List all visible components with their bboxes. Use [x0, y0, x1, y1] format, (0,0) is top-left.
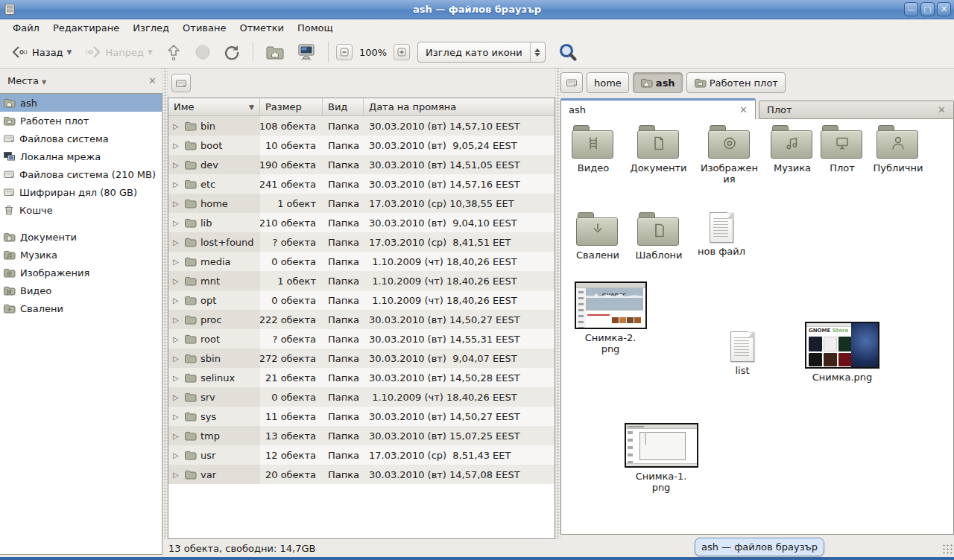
table-row[interactable]: ▷etc 241 обекта Папка 30.03.2010 (вт) 14…: [168, 174, 555, 194]
search-button[interactable]: [553, 39, 583, 65]
sidebar-title[interactable]: Места ▼: [7, 75, 46, 86]
icon-view-item-шаблони[interactable]: Шаблони: [627, 212, 691, 261]
forward-button[interactable]: Напред ▼: [80, 42, 157, 63]
expander-icon[interactable]: ▷: [173, 451, 180, 459]
table-row[interactable]: ▷lost+found ? обекта Папка 17.03.2010 (с…: [168, 232, 555, 252]
table-row[interactable]: ▷usr 12 обекта Папка 17.03.2010 (ср) 8,5…: [168, 445, 555, 465]
sidebar-splitter[interactable]: [162, 69, 168, 557]
expander-icon[interactable]: ▷: [173, 122, 180, 130]
expander-icon[interactable]: ▷: [173, 471, 180, 479]
column-header-name[interactable]: Име▼: [168, 98, 260, 115]
table-row[interactable]: ▷selinux 21 обекта Папка 30.03.2010 (вт)…: [168, 368, 555, 387]
expander-icon[interactable]: ▷: [173, 200, 180, 208]
path-button-root[interactable]: [560, 72, 583, 93]
sidebar-item-кошче[interactable]: Кошче: [0, 201, 162, 219]
maximize-button[interactable]: ▢: [920, 2, 935, 16]
tab-plot[interactable]: Плот ✕: [759, 101, 954, 119]
sidebar-item-свалени[interactable]: Свалени: [0, 299, 162, 317]
expander-icon[interactable]: ▷: [173, 277, 180, 285]
menu-item-изглед[interactable]: Изглед: [126, 21, 176, 35]
sidebar-item-файлова-система-210-mb-[interactable]: Файлова система (210 MB): [0, 165, 162, 183]
sidebar-item-документи[interactable]: Документи: [0, 228, 162, 246]
sidebar-item-файлова-система[interactable]: Файлова система: [0, 130, 162, 147]
forward-dropdown-icon[interactable]: ▼: [148, 48, 153, 56]
tab-ash[interactable]: ash ✕: [560, 98, 756, 119]
table-row[interactable]: ▷var 20 обекта Папка 30.03.2010 (вт) 14,…: [168, 465, 555, 484]
icon-view-item-изображения[interactable]: Изображения: [694, 125, 765, 185]
expander-icon[interactable]: ▷: [173, 238, 180, 246]
computer-button[interactable]: [292, 40, 320, 64]
icon-view-item-документи[interactable]: Документи: [623, 125, 694, 174]
column-header-kind[interactable]: Вид: [323, 98, 364, 115]
table-row[interactable]: ▷sbin 272 обекта Папка 30.03.2010 (вт) 9…: [168, 349, 555, 368]
sidebar-close-icon[interactable]: ✕: [148, 75, 157, 86]
icon-view-item-снимка.png[interactable]: GNOME Store Снимка.png: [803, 322, 881, 383]
table-row[interactable]: ▷mnt 1 обект Папка 1.10.2009 (чт) 18,40,…: [168, 271, 555, 290]
menu-item-файл[interactable]: Файл: [6, 21, 46, 35]
table-row[interactable]: ▷proc 222 обекта Папка 30.03.2010 (вт) 1…: [168, 310, 555, 329]
menu-item-редактиране[interactable]: Редактиране: [46, 21, 126, 35]
table-row[interactable]: ▷home 1 обект Папка 17.03.2010 (ср) 10,3…: [168, 194, 555, 213]
expander-icon[interactable]: ▷: [173, 161, 180, 169]
menu-item-помощ[interactable]: Помощ: [291, 21, 340, 35]
back-button[interactable]: Назад ▼: [6, 42, 77, 63]
minimize-button[interactable]: —: [904, 2, 918, 16]
sidebar-item-шифриран-дял-80-gb-[interactable]: Шифриран дял (80 GB): [0, 183, 162, 201]
icon-view-item-публични[interactable]: Публични: [864, 125, 932, 174]
view-mode-select[interactable]: Изглед като икони: [417, 42, 546, 63]
expander-icon[interactable]: ▷: [173, 354, 180, 363]
icon-view-item-свалени[interactable]: Свалени: [566, 212, 630, 261]
table-row[interactable]: ▷boot 10 обекта Папка 30.03.2010 (вт) 9,…: [168, 136, 555, 155]
icon-view-item-плот[interactable]: Плот: [813, 125, 871, 174]
home-button[interactable]: [261, 41, 289, 63]
back-dropdown-icon[interactable]: ▼: [67, 48, 72, 56]
sidebar-item-работен-плот[interactable]: Работен плот: [0, 112, 162, 130]
sidebar-item-локална-мрежа[interactable]: Локална мрежа: [0, 147, 162, 165]
sidebar-item-изображения[interactable]: Изображения: [0, 264, 162, 281]
sidebar-item-видео[interactable]: Видео: [0, 281, 162, 299]
table-row[interactable]: ▷dev 190 обекта Папка 30.03.2010 (вт) 14…: [168, 155, 555, 174]
up-button[interactable]: [160, 40, 187, 64]
icon-view-item-видео[interactable]: Видео: [562, 125, 625, 174]
expander-icon[interactable]: ▷: [173, 316, 180, 324]
expander-icon[interactable]: ▷: [173, 413, 180, 421]
column-header-size[interactable]: Размер: [260, 98, 323, 115]
icon-view-item-снимка-2.png[interactable]: GUADEC Снимка-2.png: [573, 281, 648, 354]
pane-splitter[interactable]: [555, 69, 560, 557]
table-row[interactable]: ▷root ? обекта Папка 30.03.2010 (вт) 14,…: [168, 329, 555, 349]
table-row[interactable]: ▷sys 11 обекта Папка 30.03.2010 (вт) 14,…: [168, 407, 555, 426]
icon-view-item-нов-файл[interactable]: нов файл: [689, 212, 754, 257]
expander-icon[interactable]: ▷: [173, 432, 180, 440]
path-button-работен-плот[interactable]: Работен плот: [686, 72, 786, 93]
zoom-out-button[interactable]: [336, 44, 353, 60]
expander-icon[interactable]: ▷: [173, 335, 180, 343]
path-button-home[interactable]: home: [587, 72, 629, 93]
table-row[interactable]: ▷lib 210 обекта Папка 30.03.2010 (вт) 9,…: [168, 213, 555, 232]
expander-icon[interactable]: ▷: [173, 141, 180, 150]
pathbar-root-button[interactable]: [171, 74, 191, 92]
menu-item-отметки[interactable]: Отметки: [233, 21, 290, 35]
expander-icon[interactable]: ▷: [173, 258, 180, 266]
table-row[interactable]: ▷media 0 обекта Папка 1.10.2009 (чт) 18,…: [168, 252, 555, 271]
expander-icon[interactable]: ▷: [173, 374, 180, 382]
expander-icon[interactable]: ▷: [173, 219, 180, 227]
resize-grip[interactable]: [942, 544, 953, 554]
table-row[interactable]: ▷opt 0 обекта Папка 1.10.2009 (чт) 18,40…: [168, 290, 555, 310]
stop-button[interactable]: [190, 41, 215, 63]
table-row[interactable]: ▷tmp 13 обекта Папка 30.03.2010 (вт) 15,…: [168, 426, 555, 445]
expander-icon[interactable]: ▷: [173, 296, 180, 305]
tab-close-icon[interactable]: ✕: [739, 104, 748, 115]
sidebar-item-ash[interactable]: ash: [0, 94, 162, 112]
icon-view-item-снимка-1.png[interactable]: Снимка-1.png: [622, 423, 700, 493]
expander-icon[interactable]: ▷: [173, 393, 180, 401]
column-header-date[interactable]: Дата на промяна: [364, 98, 555, 115]
table-row[interactable]: ▷bin 108 обекта Папка 30.03.2010 (вт) 14…: [168, 116, 555, 136]
menu-item-отиване[interactable]: Отиване: [176, 21, 233, 35]
reload-button[interactable]: [218, 40, 245, 64]
table-row[interactable]: ▷srv 0 обекта Папка 1.10.2009 (чт) 18,40…: [168, 387, 555, 407]
sidebar-item-музика[interactable]: Музика: [0, 246, 162, 264]
path-button-ash[interactable]: ash: [633, 72, 683, 93]
icon-view-item-list[interactable]: list: [720, 331, 765, 376]
zoom-in-button[interactable]: [394, 44, 410, 60]
tab-close-icon[interactable]: ✕: [938, 104, 946, 115]
